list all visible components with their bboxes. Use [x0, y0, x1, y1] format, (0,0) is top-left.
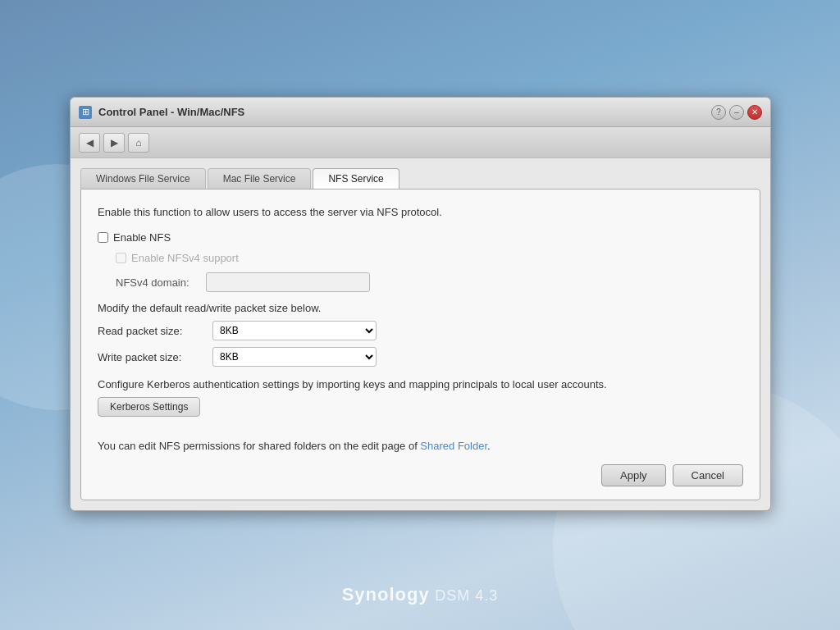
nfsv4-domain-label: NFSv4 domain: — [116, 276, 198, 289]
forward-button[interactable]: ▶ — [103, 133, 125, 153]
brand-product: DSM 4.3 — [435, 587, 498, 604]
enable-nfsv4-row: Enable NFSv4 support — [116, 252, 743, 264]
help-button[interactable]: ? — [711, 105, 726, 120]
minimize-button[interactable]: – — [729, 105, 744, 120]
shared-folder-post-text: . — [487, 440, 491, 452]
shared-folder-pre-text: You can edit NFS permissions for shared … — [98, 440, 420, 452]
home-button[interactable]: ⌂ — [128, 133, 149, 153]
read-packet-select[interactable]: 512B 1KB 2KB 4KB 8KB 16KB 32KB 64KB — [212, 321, 377, 340]
titlebar: Control Panel - Win/Mac/NFS ? – ✕ — [71, 98, 770, 127]
window-title: Control Panel - Win/Mac/NFS — [98, 106, 244, 118]
shared-folder-link[interactable]: Shared Folder — [420, 440, 487, 452]
enable-nfs-checkbox[interactable] — [98, 232, 108, 243]
enable-nfsv4-label: Enable NFSv4 support — [131, 252, 239, 264]
toolbar: ◀ ▶ ⌂ — [71, 127, 770, 158]
write-packet-select[interactable]: 512B 1KB 2KB 4KB 8KB 16KB 32KB 64KB — [212, 347, 377, 367]
window-icon — [79, 106, 92, 119]
panel-description: Enable this function to allow users to a… — [98, 206, 743, 218]
read-packet-label: Read packet size: — [98, 325, 204, 337]
kerberos-settings-button[interactable]: Kerberos Settings — [98, 397, 200, 417]
brand-footer: Synology DSM 4.3 — [342, 584, 499, 605]
nfsv4-domain-input[interactable] — [206, 272, 370, 292]
write-packet-row: Write packet size: 512B 1KB 2KB 4KB 8KB … — [98, 347, 743, 367]
enable-nfs-row: Enable NFS — [98, 231, 743, 244]
content-area: Windows File Service Mac File Service NF… — [71, 158, 770, 510]
nfsv4-domain-row: NFSv4 domain: — [116, 272, 743, 292]
tab-bar: Windows File Service Mac File Service NF… — [80, 168, 760, 189]
packet-size-text: Modify the default read/write packet siz… — [98, 302, 743, 314]
tab-nfs-service[interactable]: NFS Service — [313, 168, 399, 189]
nfs-panel: Enable this function to allow users to a… — [80, 189, 760, 500]
tab-mac-file-service[interactable]: Mac File Service — [208, 168, 312, 189]
enable-nfsv4-checkbox[interactable] — [116, 253, 126, 263]
brand-name: Synology — [342, 584, 430, 605]
titlebar-left: Control Panel - Win/Mac/NFS — [79, 106, 244, 119]
window-controls: ? – ✕ — [711, 105, 762, 120]
apply-button[interactable]: Apply — [601, 464, 666, 486]
back-button[interactable]: ◀ — [79, 133, 100, 153]
panel-buttons: Apply Cancel — [601, 464, 743, 486]
shared-folder-text: You can edit NFS permissions for shared … — [98, 440, 743, 452]
main-window: Control Panel - Win/Mac/NFS ? – ✕ ◀ ▶ ⌂ … — [70, 97, 771, 511]
write-packet-label: Write packet size: — [98, 351, 204, 363]
tab-windows-file-service[interactable]: Windows File Service — [80, 168, 206, 189]
kerberos-description: Configure Kerberos authentication settin… — [98, 378, 743, 390]
close-button[interactable]: ✕ — [747, 105, 762, 120]
enable-nfs-label[interactable]: Enable NFS — [113, 231, 171, 244]
read-packet-row: Read packet size: 512B 1KB 2KB 4KB 8KB 1… — [98, 321, 743, 340]
cancel-button[interactable]: Cancel — [673, 464, 743, 486]
